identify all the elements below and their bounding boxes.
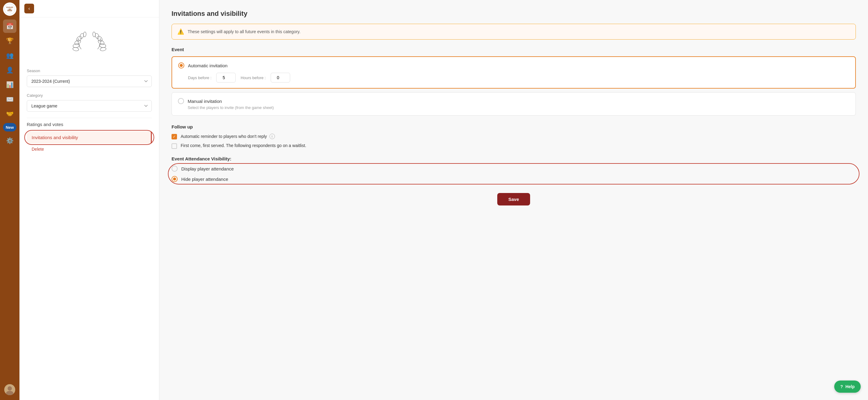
- event-section-title: Event: [172, 47, 856, 52]
- panel-logo: [20, 17, 159, 64]
- chevron-left-icon: ‹: [28, 6, 30, 11]
- auto-invite-label: Automatic invitation: [188, 63, 227, 68]
- hours-before-input[interactable]: [271, 73, 290, 83]
- auto-reminder-row: ✓ Automatic reminder to players who don'…: [172, 134, 856, 139]
- panel-header: ‹: [20, 0, 159, 17]
- sidebar-item-chart[interactable]: 📊: [3, 78, 17, 91]
- display-attendance-label: Display player attendance: [181, 166, 234, 171]
- display-attendance-row: Display player attendance: [172, 166, 856, 172]
- first-come-label: First come, first served. The following …: [181, 143, 306, 148]
- svg-point-10: [73, 43, 80, 48]
- category-select[interactable]: League game: [27, 100, 152, 112]
- season-label: Season: [27, 68, 152, 73]
- first-come-checkbox[interactable]: [172, 143, 177, 149]
- automatic-invitation-card[interactable]: Automatic invitation Days before : Hours…: [172, 56, 856, 89]
- hide-attendance-radio[interactable]: [172, 176, 178, 182]
- season-select[interactable]: 2023-2024 (Current): [27, 76, 152, 87]
- manual-invite-label: Manual invitation: [188, 98, 222, 104]
- person-icon: 👤: [6, 66, 14, 74]
- svg-point-11: [72, 47, 79, 51]
- attendance-options-wrapper: Display player attendance Hide player at…: [172, 166, 856, 182]
- sidebar-item-person[interactable]: 👤: [3, 63, 17, 77]
- sidebar: EAGLES 📅 🏆 👥 👤 📊 ✉️ 🤝 New ⚙️: [0, 0, 20, 400]
- help-button[interactable]: ? Help: [834, 380, 861, 393]
- mail-icon: ✉️: [6, 95, 14, 103]
- hide-attendance-row: Hide player attendance: [172, 176, 856, 182]
- auto-invite-radio[interactable]: [178, 62, 184, 68]
- display-attendance-radio[interactable]: [172, 166, 178, 172]
- days-before-input[interactable]: [216, 73, 236, 83]
- nav-invitations-wrapper: Invitations and visibility: [27, 131, 152, 144]
- days-before-label: Days before :: [188, 76, 211, 80]
- svg-point-17: [100, 47, 106, 51]
- auto-reminder-label: Automatic reminder to players who don't …: [181, 134, 275, 139]
- save-button[interactable]: Save: [497, 193, 530, 205]
- settings-icon: ⚙️: [6, 137, 14, 144]
- first-come-row: First come, first served. The following …: [172, 143, 856, 149]
- manual-invite-row: Manual invitation: [178, 98, 849, 104]
- team-logo[interactable]: EAGLES: [3, 2, 17, 16]
- manual-invite-sublabel: Select the players to invite (from the g…: [188, 105, 849, 110]
- trophy-icon: 🏆: [6, 37, 14, 45]
- days-hours-row: Days before : Hours before :: [188, 73, 849, 83]
- main-content: Invitations and visibility ⚠️ These sett…: [159, 0, 868, 400]
- followup-section: Follow up ✓ Automatic reminder to player…: [172, 124, 856, 149]
- chart-icon: 📊: [6, 81, 14, 88]
- ratings-votes-section: Ratings and votes: [27, 118, 152, 131]
- calendar-icon: 📅: [6, 23, 14, 30]
- sidebar-item-settings[interactable]: ⚙️: [3, 134, 17, 147]
- left-panel: ‹: [20, 0, 159, 400]
- back-button[interactable]: ‹: [24, 4, 34, 13]
- manual-invite-radio[interactable]: [178, 98, 184, 104]
- attendance-title: Event Attendance Visibility:: [172, 156, 856, 161]
- svg-point-3: [8, 8, 11, 11]
- nav-invitations[interactable]: Invitations and visibility: [27, 131, 152, 144]
- page-title: Invitations and visibility: [172, 10, 856, 18]
- warning-icon: ⚠️: [177, 28, 184, 35]
- svg-point-16: [99, 43, 106, 48]
- new-badge[interactable]: New: [3, 123, 17, 132]
- panel-content: Season 2023-2024 (Current) Category Leag…: [20, 64, 159, 159]
- save-btn-row: Save: [172, 193, 856, 205]
- hours-before-label: Hours before :: [241, 76, 266, 80]
- team-icon: 👥: [6, 52, 14, 59]
- warning-text: These settings will apply to all future …: [188, 29, 301, 34]
- hide-attendance-label: Hide player attendance: [181, 177, 228, 182]
- auto-reminder-checkbox[interactable]: ✓: [172, 134, 177, 139]
- attendance-section: Event Attendance Visibility: Display pla…: [172, 156, 856, 182]
- sidebar-item-calendar[interactable]: 📅: [3, 20, 17, 33]
- sidebar-item-trophy[interactable]: 🏆: [3, 34, 17, 48]
- svg-point-5: [8, 386, 12, 391]
- category-label: Category: [27, 93, 152, 98]
- sidebar-item-handshake[interactable]: 🤝: [3, 107, 17, 120]
- warning-banner: ⚠️ These settings will apply to all futu…: [172, 24, 856, 39]
- question-icon: ?: [840, 384, 843, 389]
- avatar[interactable]: [4, 384, 15, 395]
- auto-invite-row: Automatic invitation: [178, 62, 849, 68]
- manual-invitation-card[interactable]: Manual invitation Select the players to …: [172, 92, 856, 116]
- info-icon[interactable]: i: [270, 134, 275, 139]
- sidebar-item-mail[interactable]: ✉️: [3, 92, 17, 106]
- delete-link[interactable]: Delete: [27, 144, 49, 154]
- sidebar-item-team[interactable]: 👥: [3, 49, 17, 62]
- followup-title: Follow up: [172, 124, 856, 130]
- handshake-icon: 🤝: [6, 110, 14, 117]
